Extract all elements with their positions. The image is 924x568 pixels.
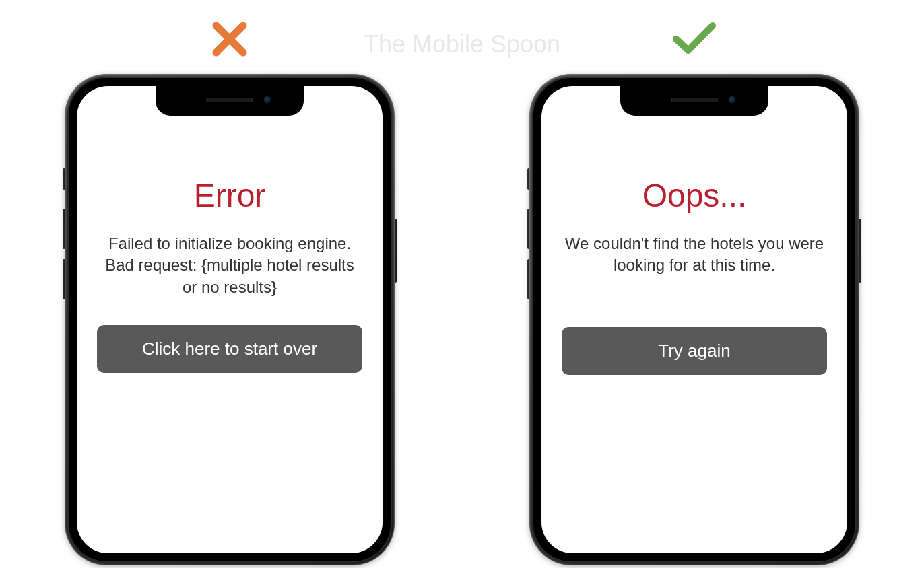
error-title-bad: Error — [97, 177, 362, 214]
error-message-good: We couldn't find the hotels you were loo… — [562, 233, 827, 277]
phone-screen-bad: Error Failed to initialize booking engin… — [77, 86, 383, 553]
good-example: Oops... We couldn't find the hotels you … — [529, 10, 859, 565]
phone-speaker — [671, 98, 718, 102]
cross-icon — [209, 10, 250, 67]
phone-speaker — [206, 98, 253, 102]
phone-camera — [263, 96, 271, 104]
phone-notch — [620, 83, 768, 116]
phone-camera — [728, 96, 736, 104]
check-icon — [671, 10, 718, 67]
bad-example: Error Failed to initialize booking engin… — [65, 10, 395, 565]
error-title-good: Oops... — [562, 177, 827, 214]
error-message-bad: Failed to initialize booking engine. Bad… — [97, 233, 362, 298]
comparison-container: Error Failed to initialize booking engin… — [0, 0, 924, 565]
phone-screen-good: Oops... We couldn't find the hotels you … — [541, 86, 847, 553]
phone-mockup-bad: Error Failed to initialize booking engin… — [65, 74, 395, 565]
try-again-button[interactable]: Try again — [562, 327, 827, 375]
phone-notch — [156, 83, 304, 116]
phone-mockup-good: Oops... We couldn't find the hotels you … — [529, 74, 859, 565]
start-over-button[interactable]: Click here to start over — [97, 325, 362, 373]
